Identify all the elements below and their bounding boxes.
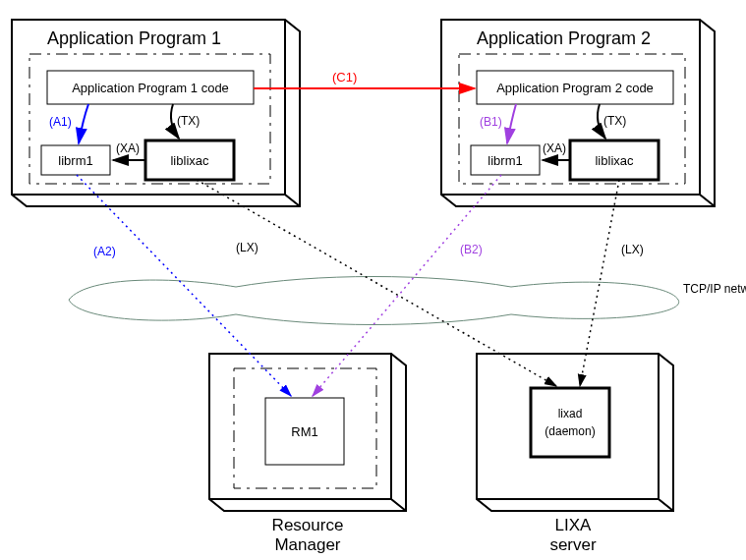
app2-librm1: librm1 (488, 153, 522, 168)
app1-librm1: librm1 (58, 153, 92, 168)
svg-rect-14 (531, 388, 609, 457)
label-lx2: (LX) (621, 243, 644, 256)
rm1-box: RM1 (291, 424, 317, 439)
app2-code: Application Program 2 code (496, 81, 654, 95)
lixad-l1: lixad (558, 407, 583, 420)
app-program-2: Application Program 2 Application Progra… (441, 20, 715, 206)
label-lx1: (LX) (236, 241, 258, 254)
label-xa2: (XA) (543, 141, 566, 155)
label-a2: (A2) (93, 245, 116, 258)
label-b2: (B2) (460, 243, 483, 256)
app-program-1: Application Program 1 Application Progra… (12, 20, 300, 206)
rm-title-2: Manager (274, 535, 340, 554)
label-c1: (C1) (332, 70, 357, 84)
label-b1: (B1) (480, 115, 502, 129)
label-tx2: (TX) (603, 114, 626, 128)
network-label: TCP/IP network (683, 282, 746, 296)
app1-liblixac: liblixac (170, 153, 209, 168)
app2-liblixac: liblixac (595, 153, 634, 168)
label-tx1: (TX) (177, 114, 200, 128)
resource-manager: RM1 Resource Manager (209, 354, 406, 554)
lixad-l2: (daemon) (545, 424, 595, 438)
rm-title-1: Resource (272, 516, 344, 534)
lixa-server: lixad (daemon) LIXA server (477, 354, 673, 554)
label-a1: (A1) (49, 115, 72, 129)
lixa-title-2: server (549, 535, 597, 554)
app2-title: Application Program 2 (477, 28, 651, 48)
label-xa1: (XA) (116, 141, 140, 155)
lixa-title-1: LIXA (555, 516, 593, 534)
app1-title: Application Program 1 (47, 28, 221, 48)
app1-code: Application Program 1 code (72, 81, 229, 95)
architecture-diagram: Application Program 1 Application Progra… (0, 0, 746, 560)
